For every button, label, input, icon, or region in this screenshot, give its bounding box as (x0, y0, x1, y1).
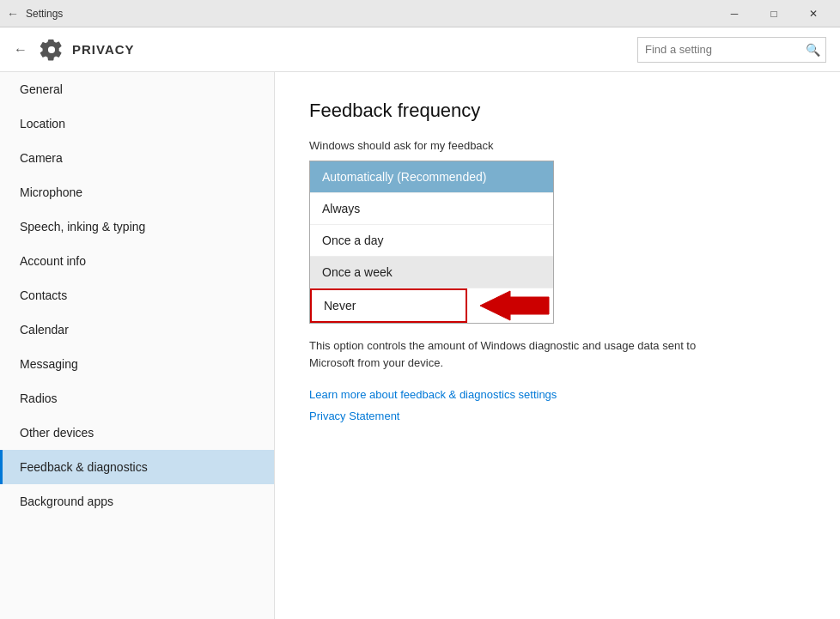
search-button[interactable]: 🔍 (800, 43, 825, 57)
sidebar-item-other-devices[interactable]: Other devices (0, 416, 274, 450)
sidebar-item-messaging[interactable]: Messaging (0, 347, 274, 381)
dropdown-list: Automatically (Recommended) Always Once … (309, 161, 554, 324)
search-box[interactable]: 🔍 (637, 37, 826, 63)
header-left: ← PRIVACY (10, 38, 135, 62)
svg-marker-0 (480, 291, 549, 320)
title-bar-title: Settings (26, 8, 63, 20)
sidebar-item-microphone[interactable]: Microphone (0, 175, 274, 209)
privacy-statement-link[interactable]: Privacy Statement (309, 410, 806, 422)
arrow-annotation (476, 288, 553, 323)
sidebar-item-camera[interactable]: Camera (0, 141, 274, 175)
section-label: Windows should ask for my feedback (309, 139, 806, 152)
sidebar-label-location: Location (20, 117, 65, 130)
sidebar-label-background-apps: Background apps (20, 495, 113, 508)
feedback-diagnostics-link[interactable]: Learn more about feedback & diagnostics … (309, 388, 806, 401)
sidebar-item-location[interactable]: Location (0, 106, 274, 141)
sidebar-label-general: General (20, 82, 63, 96)
sidebar-label-messaging: Messaging (20, 357, 78, 371)
sidebar-label-other-devices: Other devices (20, 426, 94, 440)
dropdown-item-once-a-day[interactable]: Once a day (310, 225, 553, 257)
title-bar-controls: ─ □ ✕ (715, 0, 833, 27)
sidebar-item-radios[interactable]: Radios (0, 381, 274, 416)
sidebar-item-calendar[interactable]: Calendar (0, 313, 274, 347)
sidebar-label-speech: Speech, inking & typing (20, 220, 145, 234)
main-layout: General Location Camera Microphone Speec… (0, 72, 840, 619)
header-title: PRIVACY (72, 42, 135, 57)
title-bar: ← Settings ─ □ ✕ (0, 0, 840, 27)
sidebar-label-camera: Camera (20, 151, 63, 165)
sidebar-label-account-info: Account info (20, 254, 86, 268)
page-title: Feedback frequency (309, 100, 806, 122)
sidebar-item-speech[interactable]: Speech, inking & typing (0, 209, 274, 244)
minimize-button[interactable]: ─ (715, 0, 754, 27)
sidebar-item-background-apps[interactable]: Background apps (0, 484, 274, 519)
sidebar-item-account-info[interactable]: Account info (0, 244, 274, 278)
arrow-icon (476, 288, 553, 323)
sidebar: General Location Camera Microphone Speec… (0, 72, 275, 619)
maximize-button[interactable]: □ (754, 0, 794, 27)
back-button[interactable]: ← (10, 39, 31, 61)
sidebar-label-contacts: Contacts (20, 288, 67, 302)
sidebar-item-feedback[interactable]: Feedback & diagnostics (0, 450, 274, 484)
sidebar-label-radios: Radios (20, 391, 58, 405)
settings-gear-icon (40, 38, 64, 62)
search-input[interactable] (638, 43, 800, 56)
sidebar-label-feedback: Feedback & diagnostics (20, 460, 148, 474)
content-area: Feedback frequency Windows should ask fo… (275, 72, 840, 619)
dropdown-item-never[interactable]: Never (310, 288, 467, 323)
description-text: This option controls the amount of Windo… (309, 337, 704, 371)
dropdown-item-once-a-week[interactable]: Once a week (310, 257, 553, 288)
dropdown-item-automatically[interactable]: Automatically (Recommended) (310, 161, 553, 193)
sidebar-label-microphone: Microphone (20, 185, 82, 199)
never-wrapper: Never (310, 288, 553, 323)
title-bar-left: ← Settings (7, 7, 63, 21)
header-bar: ← PRIVACY 🔍 (0, 27, 840, 72)
dropdown-item-always[interactable]: Always (310, 193, 553, 225)
sidebar-item-contacts[interactable]: Contacts (0, 278, 274, 313)
close-button[interactable]: ✕ (794, 0, 833, 27)
sidebar-item-general[interactable]: General (0, 72, 274, 106)
sidebar-label-calendar: Calendar (20, 323, 69, 337)
back-icon: ← (7, 7, 19, 21)
